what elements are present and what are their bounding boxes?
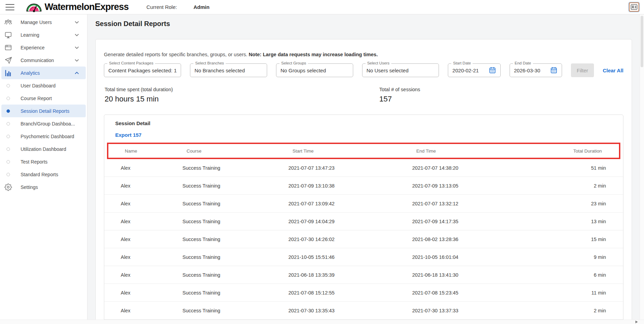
paper-plane-icon: [4, 56, 12, 64]
sidebar-item-label: Learning: [21, 32, 39, 38]
sidebar-item-session-detail-reports[interactable]: Session Detail Reports: [1, 105, 86, 117]
radio-circle-icon: [7, 147, 10, 151]
stat-label: Total # of sessions: [379, 87, 420, 92]
stat-value: 20 hours 15 min: [105, 95, 379, 104]
sidebar-item-branch-group-dashboard[interactable]: Branch/Group Dashboa...: [1, 117, 86, 130]
table-row: Alex Success Training 2021-07-30 13:35:4…: [104, 302, 623, 320]
sidebar-item-label: Analytics: [21, 70, 40, 76]
cell-name: Alex: [104, 183, 182, 189]
sidebar-item-course-report[interactable]: Course Report: [1, 92, 86, 105]
sidebar-item-manage-users[interactable]: Manage Users: [1, 16, 86, 28]
field-value: Content Packages selected: 1: [108, 68, 177, 73]
menu-icon[interactable]: [5, 4, 14, 10]
sidebar-item-learning[interactable]: Learning: [1, 28, 86, 41]
cell-end-time: 2021-07-09 14:17:35: [412, 219, 534, 224]
table-row: Alex Success Training 2021-07-07 13:09:4…: [104, 195, 623, 213]
sidebar-item-communication[interactable]: Communication: [1, 54, 86, 67]
field-label: Select Content Packages: [107, 61, 155, 65]
sidebar-item-label: Course Report: [21, 96, 52, 101]
info-text-note: Note: Large data requests may increase l…: [249, 52, 378, 57]
sidebar-item-label: User Dashboard: [21, 83, 56, 88]
stat-value: 157: [379, 95, 420, 104]
filter-bar: Select Content Packages Content Packages…: [104, 63, 623, 77]
content-packages-select[interactable]: Select Content Packages Content Packages…: [104, 63, 181, 77]
table-row: Alex Success Training 2021-07-09 14:04:2…: [104, 213, 623, 230]
horizontal-scrollbar[interactable]: [0, 320, 644, 324]
column-header-start: Start Time: [293, 148, 416, 154]
current-role-value: Admin: [193, 4, 210, 10]
column-header-duration: Total Duration: [530, 148, 619, 154]
cell-start-time: 2021-07-30 14:26:02: [288, 237, 412, 242]
sidebar-item-label: Standard Reports: [21, 172, 58, 177]
sidebar-item-label: Experience: [21, 45, 45, 50]
sidebar-item-label: Communication: [21, 58, 54, 63]
cell-duration: 51 min: [534, 165, 623, 171]
table-row: Alex Success Training 2021-07-30 14:26:0…: [104, 230, 623, 248]
field-label: End Date: [513, 61, 533, 65]
calendar-icon[interactable]: [489, 67, 496, 74]
cell-duration: 2 min: [534, 308, 623, 313]
chevron-down-icon: [75, 21, 79, 24]
field-label: Select Groups: [279, 61, 308, 65]
field-value: No Users selected: [367, 68, 409, 73]
start-date-field[interactable]: Start Date 2020-02-21: [448, 63, 500, 77]
cell-course: Success Training: [182, 290, 288, 296]
contact-card-icon: [631, 4, 637, 10]
cell-end-time: 2021-06-18 13:41:30: [412, 272, 534, 278]
calendar-icon[interactable]: [550, 67, 558, 74]
sidebar-item-utilization-dashboard[interactable]: Utilization Dashboard: [1, 143, 86, 155]
cell-end-time: 2021-10-05 16:01:04: [412, 254, 534, 260]
cell-name: Alex: [104, 219, 182, 224]
sidebar-item-label: Settings: [21, 184, 38, 190]
cell-duration: 9 min: [534, 254, 623, 260]
cell-duration: 13 min: [534, 219, 623, 224]
table-row: Alex Success Training 2021-07-08 15:12:5…: [104, 284, 623, 302]
radio-circle-icon: [7, 122, 10, 125]
filter-button[interactable]: Filter: [571, 63, 594, 77]
groups-select[interactable]: Select Groups No Groups selected: [276, 63, 353, 77]
cell-name: Alex: [104, 254, 182, 260]
sidebar-item-user-dashboard[interactable]: User Dashboard: [1, 79, 86, 92]
cell-end-time: 2021-07-09 13:13:05: [412, 183, 534, 189]
cell-course: Success Training: [182, 308, 288, 313]
total-time-stat: Total time spent (total duration) 20 hou…: [104, 87, 379, 104]
sidebar-item-label: Session Detail Reports: [21, 108, 69, 114]
vertical-scrollbar-thumb[interactable]: [641, 16, 643, 67]
sidebar-item-settings[interactable]: Settings: [1, 181, 86, 193]
sidebar-item-psychometric-dashboard[interactable]: Psychometric Dashboard: [1, 130, 86, 143]
chevron-down-icon: [75, 59, 79, 62]
sidebar-item-standard-reports[interactable]: Standard Reports: [1, 168, 86, 181]
account-card-button[interactable]: [629, 2, 639, 12]
vertical-scrollbar[interactable]: [640, 14, 644, 320]
radio-circle-icon: [7, 97, 10, 100]
cell-end-time: 2021-07-30 13:37:33: [412, 308, 534, 313]
cell-course: Success Training: [182, 219, 288, 224]
info-text: Generate detailed reports for specific b…: [104, 51, 623, 58]
sidebar-item-analytics[interactable]: Analytics: [1, 67, 86, 79]
app-root: WatermelonExpress Current Role: Admin: [0, 0, 644, 324]
session-detail-card: Session Detail Export 157 Name Course St…: [104, 115, 623, 320]
cell-start-time: 2021-10-05 15:51:46: [288, 254, 412, 260]
watermelon-gauge-logo-icon: [26, 2, 42, 12]
branches-select[interactable]: Select Branches No Branches selected: [190, 63, 267, 77]
table-body: Alex Success Training 2021-07-07 13:47:2…: [104, 159, 623, 320]
bar-chart-icon: [4, 69, 12, 77]
cell-name: Alex: [104, 165, 182, 171]
total-sessions-stat: Total # of sessions 157: [379, 87, 420, 104]
cell-start-time: 2021-07-07 13:09:42: [288, 201, 412, 206]
cell-end-time: 2021-08-02 13:28:36: [412, 237, 534, 242]
clear-all-link[interactable]: Clear All: [603, 68, 623, 73]
sidebar-item-label: Utilization Dashboard: [21, 146, 66, 152]
current-role-label: Current Role:: [146, 4, 177, 10]
sidebar-item-test-reports[interactable]: Test Reports: [1, 155, 86, 168]
scroll-right-arrow-icon[interactable]: [635, 321, 638, 323]
field-value: No Groups selected: [281, 68, 326, 73]
card-title: Session Detail: [104, 120, 623, 126]
export-link[interactable]: Export 157: [104, 132, 153, 138]
totals-row: Total time spent (total duration) 20 hou…: [104, 87, 623, 104]
users-select[interactable]: Select Users No Users selected: [362, 63, 439, 77]
sidebar-item-label: Manage Users: [21, 20, 52, 25]
cell-start-time: 2021-06-18 13:35:39: [288, 272, 412, 278]
sidebar-item-experience[interactable]: Experience: [1, 41, 86, 54]
end-date-field[interactable]: End Date 2026-03-30: [510, 63, 562, 77]
